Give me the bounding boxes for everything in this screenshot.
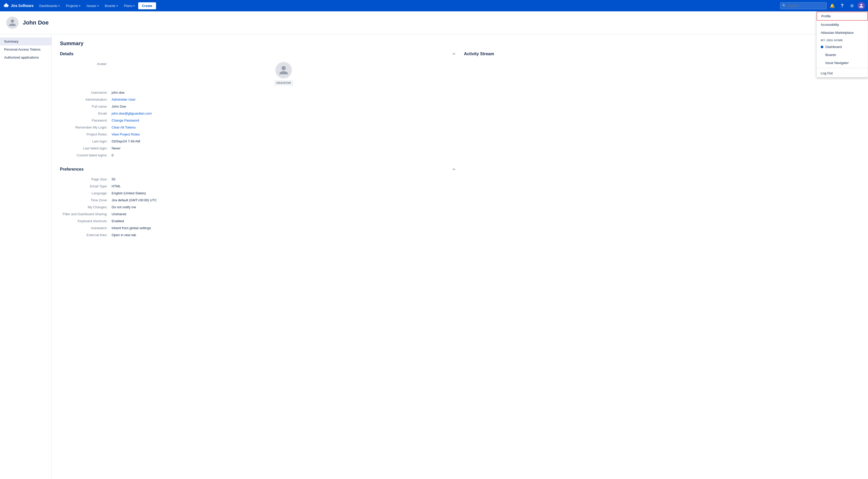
search-input[interactable]: [780, 2, 827, 9]
current-failed-logins-label: Current failed logins:: [60, 153, 112, 157]
nav-projects[interactable]: Projects ▾: [63, 2, 83, 9]
pref-row-filter-sharing: Filter and Dashboard Sharing: Unshared: [60, 211, 456, 217]
content-area: Summary Personal Access Tokens Authorize…: [0, 34, 868, 479]
user-header: John Doe: [0, 11, 868, 34]
page-size-label: Page Size:: [60, 177, 112, 181]
pref-row-page-size: Page Size: 50: [60, 176, 456, 183]
avatar-display: GRAVATAR: [112, 62, 456, 85]
detail-row-fullname: Full name: John Doe: [60, 103, 456, 110]
edit-preferences-icon[interactable]: ✏: [453, 167, 456, 171]
bell-icon: 🔔: [830, 3, 835, 8]
language-label: Language:: [60, 191, 112, 195]
notifications-button[interactable]: 🔔: [828, 2, 836, 10]
radio-icon: [821, 46, 823, 48]
app-logo[interactable]: Jira Software: [3, 3, 34, 9]
help-button[interactable]: ?: [838, 2, 846, 10]
activity-title: Activity Stream: [464, 52, 494, 56]
pref-row-language: Language: English (United States): [60, 190, 456, 197]
dropdown-section-myjira: MY JIRA HOME: [816, 37, 868, 43]
avatar-label: Avatar:: [60, 62, 112, 88]
nav-plans[interactable]: Plans ▾: [121, 2, 137, 9]
nav-dashboards[interactable]: Dashboards ▾: [37, 2, 62, 9]
chevron-down-icon: ▾: [117, 4, 118, 7]
activity-section: Activity Stream: [464, 52, 860, 238]
dropdown-item-profile[interactable]: Profile: [816, 12, 868, 21]
my-changes-label: My Changes:: [60, 205, 112, 209]
user-dropdown-menu: Profile Accessibility Atlassian Marketpl…: [816, 11, 868, 77]
preferences-title: Preferences: [60, 167, 84, 172]
search-wrapper: 🔍: [780, 2, 827, 9]
dropdown-item-logout[interactable]: Log Out: [816, 69, 868, 77]
summary-two-col: Details ✏ Avatar:: [60, 52, 860, 238]
detail-row-last-failed-login: Last failed login: Never: [60, 145, 456, 152]
preferences-section: Preferences ✏ Page Size: 50 Email Type: …: [60, 167, 456, 238]
change-password-link[interactable]: Change Password: [112, 118, 139, 122]
preferences-header: Preferences ✏: [60, 167, 456, 172]
remember-login-value: Clear All Tokens: [112, 126, 456, 129]
view-project-roles-link[interactable]: View Project Roles: [112, 132, 140, 136]
dropdown-item-atlassian-marketplace[interactable]: Atlassian Marketplace: [816, 29, 868, 37]
help-icon: ?: [841, 3, 844, 8]
sidebar-item-authorized-applications[interactable]: Authorized applications: [0, 54, 52, 61]
avatar-circle: [275, 62, 292, 78]
keyboard-shortcuts-label: Keyboard shortcuts:: [60, 219, 112, 223]
username-value: john.doe: [112, 91, 456, 95]
nav-boards[interactable]: Boards ▾: [102, 2, 120, 9]
dropdown-item-boards[interactable]: Boards: [816, 51, 868, 59]
pref-row-email-type: Email Type: HTML: [60, 183, 456, 190]
main-content: Summary Details ✏ Avatar:: [52, 34, 868, 479]
radio-empty-icon: [821, 54, 823, 56]
pref-row-keyboard-shortcuts: Keyboard shortcuts: Enabled: [60, 217, 456, 225]
external-links-value: Open in new tab: [112, 233, 456, 237]
email-type-label: Email Type:: [60, 184, 112, 188]
email-value: john.doe@gitguardian.com: [112, 111, 456, 115]
administration-label: Administration:: [60, 98, 112, 101]
dropdown-item-issue-navigator[interactable]: Issue Navigator: [816, 59, 868, 67]
autowatch-label: Autowatch:: [60, 226, 112, 230]
pref-row-external-links: External links: Open in new tab: [60, 232, 456, 238]
filter-sharing-value: Unshared: [112, 212, 456, 216]
password-label: Password:: [60, 118, 112, 122]
detail-row-administration: Administration: Administer User: [60, 96, 456, 103]
top-navigation: Jira Software Dashboards ▾ Projects ▾ Is…: [0, 0, 868, 11]
page-container: John Doe Summary Personal Access Tokens …: [0, 11, 868, 479]
sidebar-item-summary[interactable]: Summary: [0, 37, 52, 45]
detail-row-last-login: Last login: 03/Sep/24 7:49 AM: [60, 138, 456, 145]
project-roles-label: Project Roles:: [60, 132, 112, 136]
language-value: English (United States): [112, 191, 456, 195]
activity-header: Activity Stream: [464, 52, 860, 56]
user-avatar-button[interactable]: [858, 2, 865, 9]
autowatch-value: Inherit from global settings: [112, 226, 456, 230]
external-links-label: External links:: [60, 233, 112, 237]
chevron-down-icon: ▾: [97, 4, 99, 7]
timezone-label: Time Zone:: [60, 198, 112, 202]
email-link[interactable]: john.doe@gitguardian.com: [112, 111, 152, 115]
detail-row-remember-login: Remember My Login: Clear All Tokens: [60, 124, 456, 131]
gravatar-badge[interactable]: GRAVATAR: [274, 80, 293, 85]
sidebar: Summary Personal Access Tokens Authorize…: [0, 34, 52, 479]
administer-user-link[interactable]: Administer User: [112, 98, 135, 101]
edit-details-icon[interactable]: ✏: [453, 52, 456, 56]
page-size-value: 50: [112, 177, 456, 181]
create-button[interactable]: Create: [138, 2, 156, 9]
nav-issues[interactable]: Issues ▾: [84, 2, 101, 9]
timezone-value: Jira default (GMT+00:00) UTC: [112, 198, 456, 202]
last-login-label: Last login:: [60, 139, 112, 143]
page-title: Summary: [60, 40, 860, 46]
clear-all-tokens-link[interactable]: Clear All Tokens: [112, 126, 135, 129]
radio-empty-icon: [821, 62, 823, 64]
settings-button[interactable]: ⚙: [848, 2, 856, 10]
dropdown-item-dashboard[interactable]: Dashboard: [816, 43, 868, 51]
project-roles-value: View Project Roles: [112, 132, 456, 136]
password-value: Change Password: [112, 118, 456, 122]
keyboard-shortcuts-value: Enabled: [112, 219, 456, 223]
avatar-value: GRAVATAR: [112, 62, 456, 88]
sidebar-item-personal-access-tokens[interactable]: Personal Access Tokens: [0, 45, 52, 54]
details-section: Details ✏ Avatar:: [60, 52, 456, 238]
detail-row-username: Username: john.doe: [60, 89, 456, 96]
dropdown-item-accessibility[interactable]: Accessibility: [816, 21, 868, 29]
user-header-name: John Doe: [23, 20, 49, 26]
current-failed-logins-value: 0: [112, 153, 456, 157]
app-logo-text: Jira Software: [11, 4, 34, 8]
avatar-row: Avatar: GRAVATAR: [60, 60, 456, 89]
